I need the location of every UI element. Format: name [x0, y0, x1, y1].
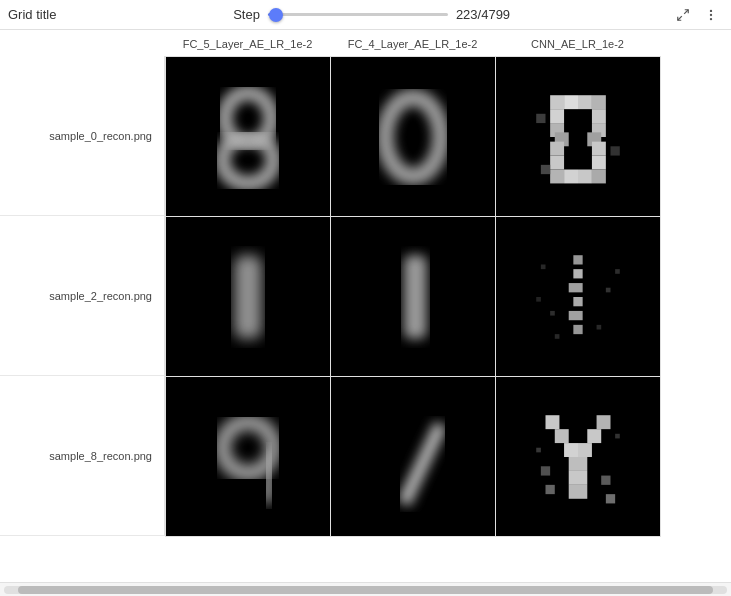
- svg-rect-39: [569, 283, 583, 292]
- svg-rect-21: [550, 141, 564, 155]
- step-label: Step: [233, 7, 260, 22]
- svg-rect-48: [615, 269, 620, 274]
- row-label-2: sample_8_recon.png: [0, 376, 165, 536]
- svg-rect-43: [541, 264, 546, 269]
- svg-rect-23: [550, 155, 564, 169]
- svg-rect-40: [573, 297, 582, 306]
- grid-cell-2-0: [166, 377, 331, 537]
- grid-cell-2-2: [496, 377, 661, 537]
- more-options-button[interactable]: [699, 3, 723, 27]
- grid-cell-1-2: [496, 217, 661, 377]
- horizontal-scrollbar[interactable]: [0, 582, 731, 596]
- svg-rect-66: [536, 447, 541, 452]
- svg-rect-44: [606, 287, 611, 292]
- svg-line-52: [267, 447, 272, 503]
- grid-cell-0-2: [496, 57, 661, 217]
- step-value: 223/4799: [456, 7, 526, 22]
- svg-rect-31: [541, 164, 550, 173]
- svg-rect-29: [536, 113, 545, 122]
- col-header-1: FC_4_Layer_AE_LR_1e-2: [330, 38, 495, 50]
- svg-rect-65: [569, 484, 588, 498]
- grid-cell-2-1: [331, 377, 496, 537]
- row-labels: sample_0_recon.png sample_2_recon.png sa…: [0, 56, 165, 537]
- svg-rect-38: [573, 269, 582, 278]
- svg-rect-11: [550, 95, 564, 109]
- svg-rect-47: [536, 297, 541, 302]
- svg-rect-58: [597, 415, 611, 429]
- svg-rect-57: [546, 415, 560, 429]
- svg-rect-60: [587, 429, 601, 443]
- scrollbar-thumb: [18, 586, 712, 594]
- row-label-0: sample_0_recon.png: [0, 56, 165, 216]
- svg-rect-12: [564, 95, 578, 109]
- svg-rect-16: [592, 109, 606, 123]
- image-grid: [165, 56, 661, 537]
- svg-rect-63: [569, 457, 588, 471]
- step-slider[interactable]: [268, 7, 448, 23]
- svg-rect-26: [564, 169, 578, 183]
- svg-rect-41: [569, 310, 583, 319]
- svg-rect-49: [555, 334, 560, 339]
- svg-rect-62: [578, 443, 592, 457]
- svg-rect-35: [404, 255, 427, 339]
- svg-rect-22: [592, 141, 606, 155]
- svg-rect-13: [578, 95, 592, 109]
- grid-cell-0-1: [331, 57, 496, 217]
- fullscreen-button[interactable]: [671, 3, 695, 27]
- slider-thumb: [269, 8, 283, 22]
- svg-rect-27: [578, 169, 592, 183]
- svg-rect-33: [234, 255, 262, 339]
- svg-rect-69: [601, 475, 610, 484]
- grid-title: Grid title: [8, 7, 88, 22]
- svg-rect-71: [606, 494, 615, 503]
- svg-rect-50: [183, 392, 313, 522]
- svg-rect-67: [615, 433, 620, 438]
- svg-rect-25: [550, 169, 564, 183]
- svg-rect-30: [611, 146, 620, 155]
- svg-rect-37: [573, 255, 582, 264]
- column-headers: FC_5_Layer_AE_LR_1e-2 FC_4_Layer_AE_LR_1…: [0, 30, 731, 56]
- step-section: Step 223/4799: [88, 7, 671, 23]
- grid-body: sample_0_recon.png sample_2_recon.png sa…: [0, 56, 731, 537]
- svg-rect-61: [564, 443, 578, 457]
- grid-cell-1-0: [166, 217, 331, 377]
- svg-rect-15: [550, 109, 564, 123]
- grid-cell-1-1: [331, 217, 496, 377]
- svg-rect-28: [592, 169, 606, 183]
- svg-rect-59: [555, 429, 569, 443]
- svg-point-3: [710, 13, 712, 15]
- svg-rect-64: [569, 470, 588, 484]
- svg-rect-70: [541, 466, 550, 475]
- svg-rect-53: [348, 392, 478, 522]
- svg-rect-68: [546, 484, 555, 493]
- svg-rect-45: [550, 310, 555, 315]
- svg-rect-42: [573, 324, 582, 333]
- row-label-1: sample_2_recon.png: [0, 216, 165, 376]
- svg-rect-14: [592, 95, 606, 109]
- header: Grid title Step 223/4799: [0, 0, 731, 30]
- svg-rect-24: [592, 155, 606, 169]
- svg-line-1: [678, 16, 682, 20]
- grid-cell-0-0: [166, 57, 331, 217]
- svg-line-0: [684, 9, 688, 13]
- slider-track: [268, 13, 448, 16]
- col-header-2: CNN_AE_LR_1e-2: [495, 38, 660, 50]
- scrollbar-track: [4, 586, 727, 594]
- header-actions: [671, 3, 723, 27]
- svg-point-2: [710, 9, 712, 11]
- svg-point-4: [710, 17, 712, 19]
- svg-rect-46: [597, 324, 602, 329]
- col-header-0: FC_5_Layer_AE_LR_1e-2: [165, 38, 330, 50]
